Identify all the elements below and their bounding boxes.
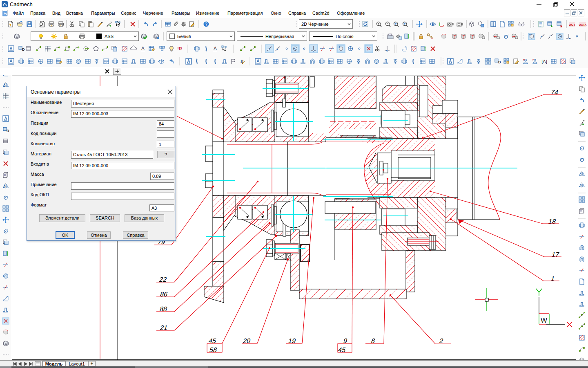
svg-text:W: W [541, 316, 547, 324]
